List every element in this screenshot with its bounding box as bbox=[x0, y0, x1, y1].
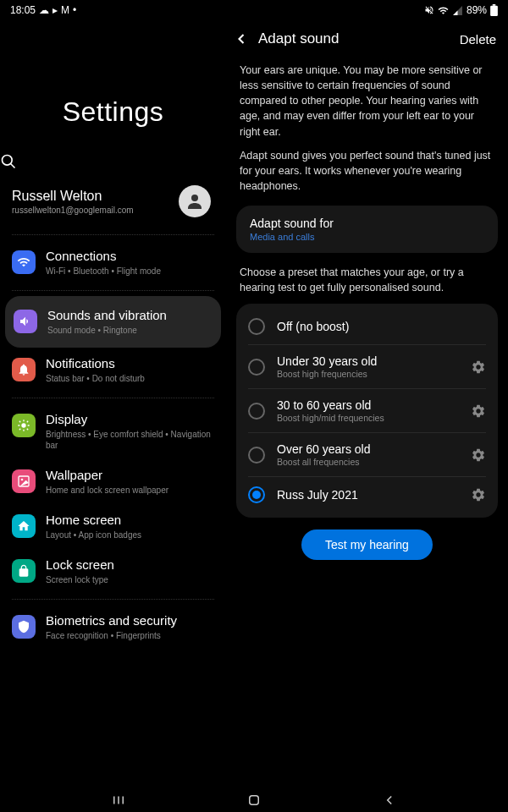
preset-over60[interactable]: Over 60 years old Boost all frequencies bbox=[248, 432, 486, 476]
description-1: Your ears are unique. You may be more se… bbox=[226, 54, 508, 140]
delete-button[interactable]: Delete bbox=[460, 32, 496, 47]
status-time: 18:05 bbox=[10, 4, 36, 16]
sidebar-item-biometrics[interactable]: Biometrics and security Face recognition… bbox=[0, 605, 226, 650]
search-icon[interactable] bbox=[0, 153, 204, 170]
preset-label: Over 60 years old bbox=[277, 442, 459, 456]
sidebar-item-sub: Home and lock screen wallpaper bbox=[46, 485, 168, 496]
preset-label: Under 30 years old bbox=[277, 354, 459, 368]
preset-off[interactable]: Off (no boost) bbox=[236, 309, 498, 344]
radio-icon[interactable] bbox=[248, 486, 265, 503]
divider bbox=[12, 290, 214, 291]
sidebar-item-label: Display bbox=[46, 412, 214, 427]
bell-icon bbox=[12, 358, 36, 381]
account-row[interactable]: Russell Welton russellwelton1@googlemail… bbox=[0, 170, 226, 229]
radio-icon[interactable] bbox=[248, 318, 265, 335]
status-icon-more: • bbox=[73, 4, 76, 16]
svg-rect-0 bbox=[490, 6, 498, 16]
status-icon-cloud: ☁ bbox=[39, 4, 49, 16]
svg-point-2 bbox=[3, 156, 13, 166]
sidebar-item-label: Notifications bbox=[46, 356, 145, 371]
preset-label: 30 to 60 years old bbox=[277, 398, 459, 412]
sound-icon bbox=[14, 310, 37, 333]
lock-icon bbox=[12, 559, 36, 583]
mute-icon bbox=[424, 5, 434, 15]
sidebar-item-lockscreen[interactable]: Lock screen Screen lock type bbox=[0, 549, 226, 594]
sidebar-item-connections[interactable]: Connections Wi-Fi • Bluetooth • Flight m… bbox=[0, 240, 226, 285]
preset-sub: Boost all frequencies bbox=[277, 457, 459, 467]
detail-title: Adapt sound bbox=[258, 30, 339, 47]
sidebar-item-sub: Status bar • Do not disturb bbox=[46, 373, 145, 384]
preset-label: Russ July 2021 bbox=[277, 488, 459, 502]
svg-point-5 bbox=[21, 423, 25, 427]
description-2: Adapt sound gives you perfect sound that… bbox=[226, 140, 508, 194]
detail-pane: Adapt sound Delete Your ears are unique.… bbox=[226, 20, 508, 788]
navigation-bar bbox=[0, 788, 508, 812]
sidebar-item-notifications[interactable]: Notifications Status bar • Do not distur… bbox=[0, 348, 226, 392]
recents-icon[interactable] bbox=[111, 793, 126, 808]
svg-point-4 bbox=[191, 195, 198, 201]
settings-pane: Settings Russell Welton russellwelton1@g… bbox=[0, 20, 226, 788]
sidebar-item-label: Sounds and vibration bbox=[47, 308, 167, 323]
test-hearing-button[interactable]: Test my hearing bbox=[301, 529, 433, 560]
svg-point-7 bbox=[21, 479, 24, 481]
back-icon[interactable] bbox=[233, 30, 250, 47]
preset-label: Off (no boost) bbox=[277, 320, 486, 333]
back-nav-icon[interactable] bbox=[382, 793, 397, 808]
brightness-icon bbox=[12, 414, 36, 437]
gear-icon[interactable] bbox=[471, 359, 486, 375]
gear-icon[interactable] bbox=[471, 447, 486, 463]
sidebar-item-sounds[interactable]: Sounds and vibration Sound mode • Ringto… bbox=[5, 296, 221, 348]
svg-line-3 bbox=[11, 164, 15, 168]
sidebar-item-sub: Layout • App icon badges bbox=[46, 529, 141, 540]
account-name: Russell Welton bbox=[12, 189, 134, 204]
home-icon bbox=[12, 514, 36, 538]
battery-icon bbox=[490, 4, 498, 16]
preset-sub: Boost high/mid frequencies bbox=[277, 413, 459, 423]
sidebar-item-sub: Brightness • Eye comfort shield • Naviga… bbox=[46, 429, 214, 451]
divider bbox=[12, 234, 214, 235]
preset-30to60[interactable]: 30 to 60 years old Boost high/mid freque… bbox=[248, 388, 486, 432]
sidebar-item-label: Wallpaper bbox=[46, 468, 168, 483]
battery-percent: 89% bbox=[467, 4, 487, 16]
sidebar-item-sub: Screen lock type bbox=[46, 574, 114, 585]
sidebar-item-display[interactable]: Display Brightness • Eye comfort shield … bbox=[0, 403, 226, 459]
sidebar-item-label: Biometrics and security bbox=[46, 613, 177, 628]
home-nav-icon[interactable] bbox=[246, 793, 262, 808]
avatar[interactable] bbox=[179, 185, 211, 217]
shield-icon bbox=[12, 615, 36, 639]
sidebar-item-wallpaper[interactable]: Wallpaper Home and lock screen wallpaper bbox=[0, 459, 226, 504]
adapt-sound-for-card[interactable]: Adapt sound for Media and calls bbox=[236, 206, 498, 253]
wifi-icon bbox=[438, 5, 449, 16]
sidebar-item-sub: Face recognition • Fingerprints bbox=[46, 630, 177, 641]
sidebar-item-label: Connections bbox=[46, 249, 161, 264]
page-title: Settings bbox=[0, 96, 226, 128]
preset-sub: Boost high frequencies bbox=[277, 369, 459, 379]
preset-list: Off (no boost) Under 30 years old Boost … bbox=[236, 304, 498, 518]
svg-rect-11 bbox=[250, 796, 259, 805]
status-icon-youtube: ▸ bbox=[52, 4, 58, 16]
sidebar-item-sub: Wi-Fi • Bluetooth • Flight mode bbox=[46, 266, 161, 277]
gear-icon[interactable] bbox=[471, 403, 486, 419]
sidebar-item-sub: Sound mode • Ringtone bbox=[47, 325, 167, 336]
sidebar-item-homescreen[interactable]: Home screen Layout • App icon badges bbox=[0, 504, 226, 549]
wifi-icon bbox=[12, 250, 36, 274]
preset-under30[interactable]: Under 30 years old Boost high frequencie… bbox=[248, 344, 486, 388]
signal-icon bbox=[452, 5, 463, 16]
radio-icon[interactable] bbox=[248, 447, 265, 464]
image-icon bbox=[12, 469, 36, 493]
radio-icon[interactable] bbox=[248, 359, 265, 376]
card-title: Adapt sound for bbox=[250, 217, 484, 230]
divider bbox=[12, 599, 214, 600]
status-bar: 18:05 ☁ ▸ M • 89% bbox=[0, 0, 508, 20]
divider bbox=[12, 398, 214, 398]
status-icon-mail: M bbox=[61, 4, 69, 16]
card-value: Media and calls bbox=[250, 232, 484, 242]
account-email: russellwelton1@googlemail.com bbox=[12, 206, 134, 215]
svg-rect-1 bbox=[493, 4, 496, 6]
choose-preset-text: Choose a preset that matches your age, o… bbox=[226, 261, 508, 295]
sidebar-item-label: Home screen bbox=[46, 513, 141, 528]
radio-icon[interactable] bbox=[248, 403, 265, 420]
sidebar-item-label: Lock screen bbox=[46, 557, 114, 573]
gear-icon[interactable] bbox=[471, 487, 486, 502]
preset-custom[interactable]: Russ July 2021 bbox=[248, 476, 486, 513]
